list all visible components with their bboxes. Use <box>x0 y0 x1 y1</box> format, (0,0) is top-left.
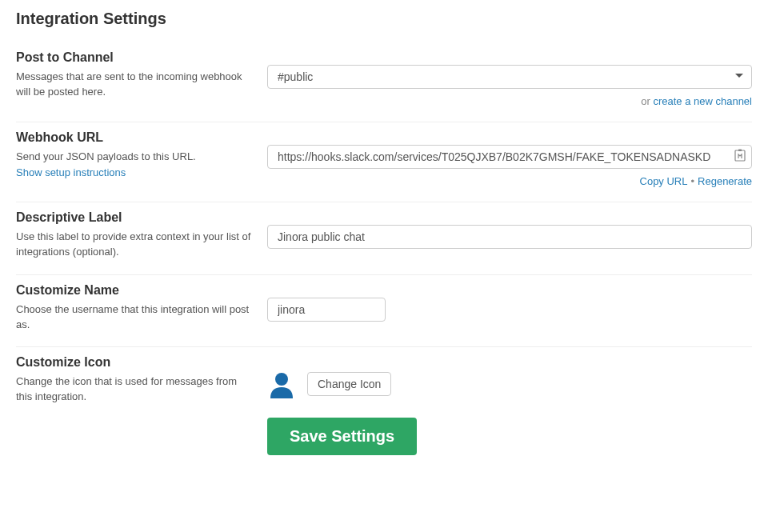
or-text: or <box>641 95 653 107</box>
section-webhook-url: Webhook URL Send your JSON payloads to t… <box>16 122 752 202</box>
webhook-url-input[interactable] <box>267 145 752 169</box>
page-title: Integration Settings <box>16 10 752 28</box>
section-descriptive-label: Descriptive Label Use this label to prov… <box>16 202 752 275</box>
avatar <box>267 370 296 398</box>
change-icon-button[interactable]: Change Icon <box>307 372 391 396</box>
descriptive-label-heading: Descriptive Label <box>16 210 251 225</box>
clipboard-icon[interactable] <box>734 149 746 165</box>
customize-icon-desc: Change the icon that is used for message… <box>16 374 251 405</box>
section-customize-icon: Customize Icon Change the icon that is u… <box>16 347 752 470</box>
copy-url-link[interactable]: Copy URL <box>640 175 688 187</box>
channel-select[interactable]: #public <box>267 65 752 89</box>
regenerate-link[interactable]: Regenerate <box>698 175 752 187</box>
post-to-channel-heading: Post to Channel <box>16 50 251 65</box>
customize-icon-heading: Customize Icon <box>16 355 251 370</box>
customize-name-input[interactable] <box>267 298 386 322</box>
section-post-to-channel: Post to Channel Messages that are sent t… <box>16 42 752 122</box>
create-channel-link[interactable]: create a new channel <box>653 95 752 107</box>
bullet-separator: • <box>690 175 694 187</box>
descriptive-label-input[interactable] <box>267 225 752 249</box>
post-to-channel-desc: Messages that are sent to the incoming w… <box>16 70 251 100</box>
setup-instructions-link[interactable]: Show setup instructions <box>16 166 126 178</box>
save-settings-button[interactable]: Save Settings <box>267 418 417 455</box>
customize-name-heading: Customize Name <box>16 283 251 298</box>
svg-point-2 <box>275 373 288 386</box>
descriptive-label-desc: Use this label to provide extra context … <box>16 230 251 260</box>
section-customize-name: Customize Name Choose the username that … <box>16 275 752 348</box>
webhook-url-heading: Webhook URL <box>16 130 251 145</box>
svg-rect-1 <box>738 150 742 152</box>
customize-name-desc: Choose the username that this integratio… <box>16 302 251 333</box>
webhook-url-desc: Send your JSON payloads to this URL. <box>16 150 251 165</box>
